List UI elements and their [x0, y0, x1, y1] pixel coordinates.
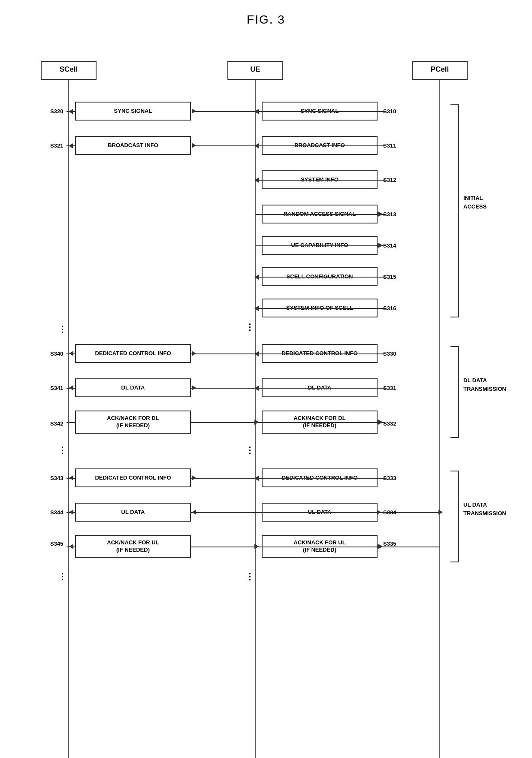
page-title: FIG. 3 [0, 0, 532, 35]
h-line-s311 [256, 145, 377, 146]
bracket-ul-data [450, 471, 459, 562]
h-arrow-s314-head [377, 243, 381, 248]
label-ul-data: UL DATATRANSMISSION [463, 501, 506, 517]
conn-s330 [378, 353, 386, 354]
step-s314: S314 [383, 242, 396, 249]
h-line-s331 [256, 388, 377, 389]
conn-s315 [378, 277, 386, 278]
signal-s340: DEDICATED CONTROL INFO [75, 344, 191, 363]
h-line-s321-to-ue [192, 145, 255, 146]
h-arrow-s345-ue-head [254, 544, 259, 549]
step-s344: S344 [50, 509, 63, 516]
conn-s345 [66, 547, 75, 547]
signal-s344: UL DATA [75, 503, 191, 522]
dots-middle-ue: ⋮ [245, 322, 255, 332]
conn-s310 [378, 111, 386, 112]
h-line-s345 [192, 547, 255, 547]
vert-line-pcell [439, 80, 440, 758]
h-arrow-s344-head-l [192, 510, 196, 515]
vert-line-scell [68, 80, 69, 758]
step-s313: S313 [383, 211, 396, 217]
entity-scell: SCell [41, 61, 97, 80]
h-line-s330 [256, 353, 377, 354]
entity-ue: UE [227, 61, 283, 80]
conn-s342 [66, 422, 75, 423]
h-arrow-s313-head [377, 211, 381, 217]
signal-s345: ACK/NACK FOR UL(IF NEEDED) [75, 535, 191, 558]
step-s342: S342 [50, 420, 63, 427]
h-line-s342 [192, 422, 255, 423]
signal-s343: DEDICATED CONTROL INFO [75, 468, 191, 487]
arrow-dldata-s331-head2 [69, 385, 73, 390]
conn-s331 [378, 388, 386, 389]
h-line-s344 [192, 512, 255, 513]
h-line-s333 [256, 478, 377, 479]
h-line-s332 [256, 422, 377, 423]
h-line-s313 [256, 214, 377, 215]
conn-s321 [66, 145, 75, 146]
conn-s311 [378, 145, 386, 146]
h-line-s316 [256, 308, 377, 309]
conn-s312 [378, 180, 386, 181]
arrow-uldata-s344-head-r [438, 510, 443, 515]
h-arrow-s340-head [192, 351, 196, 356]
h-line-s341 [192, 388, 255, 389]
dots-scell-bottom: ⋮ [58, 571, 67, 582]
h-line-s340 [192, 353, 255, 354]
label-initial-access: INITIALACCESS [463, 194, 487, 211]
signal-s321: BROADCAST INFO [75, 136, 191, 155]
dots-scell-mid: ⋮ [58, 324, 67, 334]
h-arrow-s334-head [377, 510, 381, 515]
bracket-dl-data [450, 346, 459, 438]
h-line-s343 [192, 478, 255, 479]
step-s345: S345 [50, 541, 63, 547]
dots-ue-2: ⋮ [245, 445, 255, 455]
h-arrow-s341-head [192, 385, 196, 390]
h-line-s334 [256, 512, 377, 513]
dots-scell-2: ⋮ [58, 445, 67, 455]
h-arrow-s335-head [377, 544, 381, 549]
h-line-s335 [256, 547, 377, 547]
signal-s320: SYNC SIGNAL [75, 102, 191, 121]
step-s340: S340 [50, 350, 63, 357]
h-arrow-s343-head [192, 475, 196, 480]
h-line-s312 [256, 180, 377, 181]
step-s343: S343 [50, 475, 63, 481]
h-arrow-s332-head [377, 420, 381, 425]
diagram: SCell UE PCell SYNC SIGNAL SYNC SIGNAL S… [0, 35, 532, 758]
label-dl-data: DL DATATRANSMISSION [463, 376, 506, 393]
bracket-initial-access [450, 104, 459, 317]
h-line-s310 [256, 111, 377, 112]
h-arrow-s321-head [192, 143, 196, 148]
step-s335: S335 [383, 541, 396, 547]
conn-s344 [66, 512, 75, 513]
dots-ue-bottom: ⋮ [245, 571, 255, 582]
conn-s343 [66, 478, 75, 479]
h-line-s315 [256, 277, 377, 278]
entity-pcell: PCell [412, 61, 468, 80]
h-arrow-s320-head [192, 109, 196, 114]
h-line-s320-to-ue [192, 111, 255, 112]
step-s341: S341 [50, 385, 63, 391]
signal-s342: ACK/NACK FOR DL(IF NEEDED) [75, 411, 191, 434]
conn-s333 [378, 478, 386, 479]
step-s321: S321 [50, 142, 63, 149]
signal-s341: DL DATA [75, 378, 191, 397]
h-line-s314 [256, 245, 377, 246]
step-s320: S320 [50, 108, 63, 115]
conn-s320 [66, 111, 75, 112]
conn-s340 [66, 353, 75, 354]
conn-s316 [378, 308, 386, 309]
step-s332: S332 [383, 420, 396, 427]
h-arrow-s342-head [254, 420, 259, 425]
